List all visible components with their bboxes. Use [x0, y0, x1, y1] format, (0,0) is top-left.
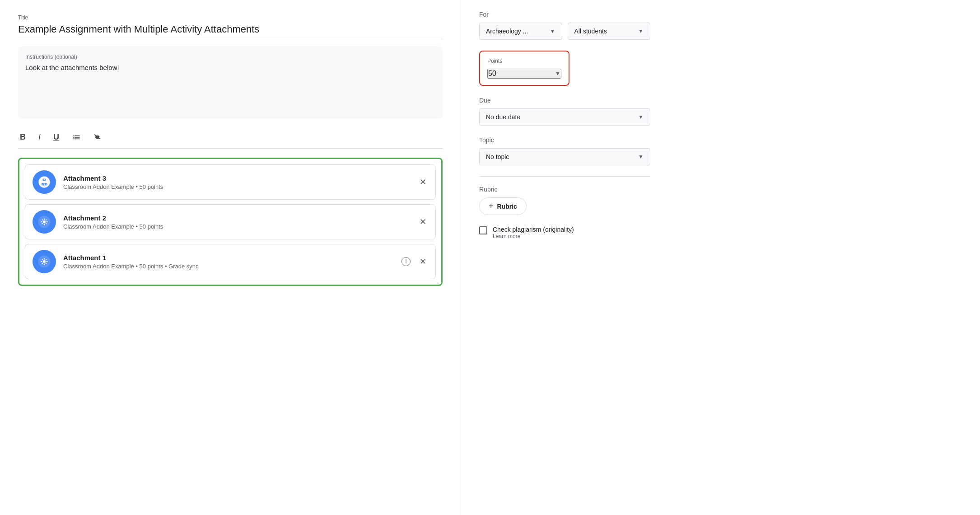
- svg-rect-4: [44, 184, 45, 186]
- students-dropdown[interactable]: All students ▼: [568, 23, 651, 40]
- attachment-icon-1: [33, 250, 56, 273]
- topic-chevron-icon: ▼: [638, 154, 644, 160]
- points-dropdown[interactable]: 50 ▼: [487, 69, 561, 79]
- info-circle-icon: i: [401, 257, 411, 266]
- topic-value: No topic: [486, 153, 509, 160]
- class-value: Archaeology ...: [486, 28, 528, 35]
- plagiarism-title: Check plagiarism (originality): [493, 226, 574, 233]
- title-input[interactable]: [18, 23, 443, 35]
- instructions-text[interactable]: Look at the attachments below!: [25, 64, 435, 71]
- plagiarism-checkbox[interactable]: [479, 226, 487, 234]
- svg-point-18: [43, 260, 46, 263]
- text-toolbar: B I U: [18, 126, 443, 149]
- attachment-2-actions: ✕: [418, 215, 428, 229]
- instructions-field: Instructions (optional) Look at the atta…: [18, 47, 443, 119]
- for-section: For Archaeology ... ▼ All students ▼: [479, 11, 650, 40]
- right-panel: For Archaeology ... ▼ All students ▼ Poi…: [461, 0, 668, 515]
- rubric-plus-icon: +: [489, 201, 494, 211]
- learn-more-link[interactable]: Learn more: [493, 233, 574, 239]
- rubric-btn-label: Rubric: [497, 203, 517, 210]
- points-label: Points: [487, 58, 561, 64]
- title-label: Title: [18, 14, 443, 21]
- due-dropdown[interactable]: No due date ▼: [479, 108, 650, 126]
- svg-rect-21: [41, 261, 42, 262]
- attachment-2-meta: Classroom Addon Example • 50 points: [63, 223, 411, 230]
- svg-point-2: [43, 181, 46, 183]
- title-field: Title: [18, 14, 443, 39]
- svg-rect-9: [44, 219, 45, 220]
- svg-rect-10: [44, 224, 45, 225]
- attachment-card-1: Attachment 1 Classroom Addon Example • 5…: [25, 244, 436, 279]
- for-label: For: [479, 11, 650, 18]
- attachment-1-close-button[interactable]: ✕: [418, 255, 428, 268]
- list-button[interactable]: [70, 131, 83, 144]
- instructions-label: Instructions (optional): [25, 54, 435, 60]
- attachment-2-name: Attachment 2: [63, 214, 411, 222]
- attachment-1-info: Attachment 1 Classroom Addon Example • 5…: [63, 254, 392, 270]
- attachment-icon-2: [33, 210, 56, 234]
- attachment-2-close-button[interactable]: ✕: [418, 215, 428, 229]
- due-chevron-icon: ▼: [638, 114, 644, 120]
- clear-format-button[interactable]: [92, 131, 104, 144]
- class-dropdown[interactable]: Archaeology ... ▼: [479, 23, 562, 40]
- attachment-3-meta: Classroom Addon Example • 50 points: [63, 183, 411, 190]
- attachment-icon-3: [33, 170, 56, 194]
- attachment-3-close-button[interactable]: ✕: [418, 175, 428, 189]
- topic-section: Topic No topic ▼: [479, 136, 650, 165]
- students-value: All students: [574, 28, 607, 35]
- points-section: Points 50 ▼: [479, 51, 650, 86]
- attachment-1-meta: Classroom Addon Example • 50 points • Gr…: [63, 263, 392, 270]
- attachment-3-info: Attachment 3 Classroom Addon Example • 5…: [63, 174, 411, 190]
- plagiarism-text: Check plagiarism (originality) Learn mor…: [493, 226, 574, 239]
- underline-button[interactable]: U: [51, 131, 61, 144]
- attachments-container: Attachment 3 Classroom Addon Example • 5…: [18, 158, 443, 286]
- left-panel: Title Instructions (optional) Look at th…: [0, 0, 461, 515]
- attachment-1-name: Attachment 1: [63, 254, 392, 262]
- rubric-label: Rubric: [479, 186, 650, 193]
- attachment-1-info-button[interactable]: i: [400, 255, 412, 268]
- svg-point-8: [43, 220, 46, 223]
- add-rubric-button[interactable]: + Rubric: [479, 197, 527, 215]
- svg-rect-22: [47, 261, 48, 262]
- svg-rect-11: [41, 221, 42, 222]
- due-value: No due date: [486, 113, 520, 121]
- divider: [479, 176, 650, 177]
- attachment-3-actions: ✕: [418, 175, 428, 189]
- svg-rect-6: [47, 182, 48, 183]
- topic-dropdown[interactable]: No topic ▼: [479, 148, 650, 165]
- attachment-2-info: Attachment 2 Classroom Addon Example • 5…: [63, 214, 411, 230]
- plagiarism-row: Check plagiarism (originality) Learn mor…: [479, 226, 650, 239]
- svg-rect-5: [41, 182, 42, 183]
- students-chevron-icon: ▼: [638, 28, 644, 34]
- due-section: Due No due date ▼: [479, 97, 650, 126]
- points-value: 50: [488, 70, 496, 78]
- bold-button[interactable]: B: [18, 131, 28, 144]
- topic-label: Topic: [479, 136, 650, 144]
- class-chevron-icon: ▼: [550, 28, 555, 34]
- points-chevron-icon: ▼: [555, 70, 560, 77]
- attachment-card-3: Attachment 3 Classroom Addon Example • 5…: [25, 164, 436, 200]
- svg-rect-19: [44, 258, 45, 260]
- attachment-1-actions: i ✕: [400, 255, 428, 268]
- points-box: Points 50 ▼: [479, 51, 569, 86]
- attachment-card-2: Attachment 2 Classroom Addon Example • 5…: [25, 204, 436, 239]
- svg-rect-20: [44, 264, 45, 265]
- svg-rect-3: [44, 179, 45, 180]
- due-label: Due: [479, 97, 650, 104]
- for-row: Archaeology ... ▼ All students ▼: [479, 23, 650, 40]
- svg-rect-12: [47, 221, 48, 222]
- attachment-3-name: Attachment 3: [63, 174, 411, 182]
- rubric-section: Rubric + Rubric: [479, 186, 650, 215]
- italic-button[interactable]: I: [37, 131, 42, 144]
